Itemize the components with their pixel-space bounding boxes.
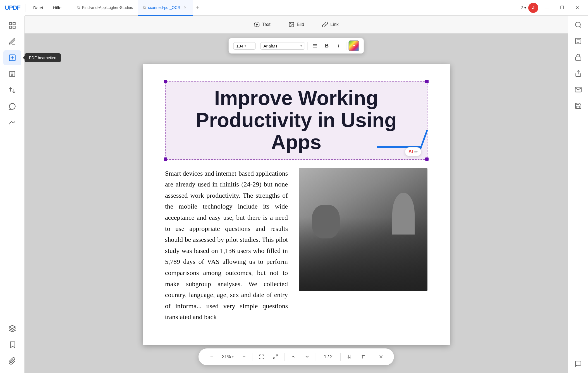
color-picker-button[interactable]: ▾ [349,40,359,51]
sidebar-bottom [3,321,21,369]
prev-page-button[interactable] [287,351,300,362]
nav-divider-4 [340,353,341,361]
svg-point-8 [575,22,580,27]
title-bar-right: 2 ▾ J — ❐ ✕ [521,3,588,13]
prev-section-button[interactable]: ⇊ [343,351,356,362]
handle-bl [164,157,167,161]
sidebar-icon-bookmark[interactable] [3,337,21,352]
link-tool-button[interactable]: Link [316,19,344,30]
pdf-viewer[interactable]: 134 ▾ ArialMT ▾ B I ▾ [25,34,568,373]
nav-divider-3 [316,353,316,361]
selected-text-block[interactable]: Improve Working Productivity in Using Ap… [165,81,427,160]
body-text-section: Smart devices and internet-based applica… [165,168,427,323]
fmt-divider-1 [258,42,258,50]
body-image [299,168,427,291]
page-num-control[interactable]: 2 ▾ [521,6,526,10]
svg-rect-1 [13,23,15,25]
handle-br [425,157,429,161]
fmt-divider-3 [346,42,346,50]
sidebar-icon-attach[interactable] [3,353,21,369]
avatar[interactable]: J [528,3,538,13]
fit-height-button[interactable] [255,351,268,362]
sidebar-icon-comment[interactable] [3,99,21,114]
fmt-divider-2 [307,42,308,50]
tab-scanned[interactable]: ⧉ scanned-pdf_OCR ✕ [138,0,193,16]
main-layout: PDF bearbeiten [0,16,588,373]
pdf-page: Improve Working Productivity in Using Ap… [143,64,450,345]
content-area: Text Bild Link [25,16,568,373]
title-bar: UPDF Datei Hilfe ⧉ Find-and-Appl...igher… [0,0,588,16]
new-tab-button[interactable]: + [193,3,203,13]
svg-rect-2 [9,26,11,28]
top-toolbar: Text Bild Link [25,16,568,34]
bold-button[interactable]: B [322,40,332,51]
tab-close-button[interactable]: ✕ [183,5,188,10]
tab-icon-find: ⧉ [77,5,80,10]
sidebar-chat-button[interactable] [570,357,586,371]
zoom-out-button[interactable]: − [205,351,218,362]
nav-divider-1 [253,353,253,361]
handle-tl [164,80,167,83]
sidebar-icon-pages[interactable] [3,66,21,82]
bottom-nav: − 31% ▾ + [199,348,394,365]
sidebar-icon-panel[interactable] [3,18,21,33]
sidebar-save-button[interactable] [570,99,586,113]
ai-edit-button[interactable]: AI ✏ [405,147,421,156]
tabs-container: ⧉ Find-and-Appl...igher-Studies ⧉ scanne… [69,0,521,15]
close-bar-button[interactable]: ✕ [374,351,387,362]
svg-rect-10 [575,57,581,60]
minimize-button[interactable]: — [541,3,553,13]
fit-width-button[interactable] [269,351,282,362]
svg-rect-3 [13,26,15,28]
format-toolbar: 134 ▾ ArialMT ▾ B I ▾ [229,38,364,54]
font-size-select[interactable]: 134 ▾ [233,42,256,50]
zoom-in-button[interactable]: + [238,351,250,362]
left-sidebar: PDF bearbeiten [0,16,25,373]
font-name-select[interactable]: ArialMT ▾ [260,42,305,50]
zoom-select[interactable]: 31% ▾ [219,353,236,360]
right-sidebar [568,16,588,373]
tab-find[interactable]: ⧉ Find-and-Appl...igher-Studies [72,0,138,16]
menu-hilfe[interactable]: Hilfe [49,4,66,12]
bild-tool-button[interactable]: Bild [283,19,310,30]
app-logo: UPDF [0,0,25,16]
svg-point-7 [290,23,291,24]
nav-divider-2 [284,353,285,361]
align-button[interactable] [310,40,321,51]
nav-divider-5 [372,353,372,361]
body-paragraph: Smart devices and internet-based applica… [165,168,288,323]
sidebar-icon-layers[interactable] [3,321,21,336]
next-section-button[interactable]: ⇈ [357,351,370,362]
page-indicator: 1 / 2 [318,353,338,360]
maximize-button[interactable]: ❐ [556,3,568,13]
close-button[interactable]: ✕ [571,3,584,13]
sidebar-icon-convert[interactable] [3,83,21,98]
sidebar-icon-edit[interactable] [3,34,21,49]
menu-bar: Datei Hilfe [25,4,69,12]
sidebar-ocr-button[interactable] [570,34,586,48]
tab-icon-scanned: ⧉ [143,5,146,10]
sidebar-search-button[interactable] [570,18,586,32]
sidebar-share-button[interactable] [570,66,586,80]
pdf-title: Improve Working Productivity in Using Ap… [174,87,419,154]
sidebar-icon-sign[interactable] [3,115,21,130]
text-tool-button[interactable]: Text [248,19,276,30]
menu-datei[interactable]: Datei [29,4,47,12]
handle-tr [425,80,429,83]
sidebar-protect-button[interactable] [570,50,586,64]
sidebar-icon-select[interactable]: PDF bearbeiten [3,50,21,65]
svg-rect-0 [9,23,11,25]
sidebar-send-button[interactable] [570,83,586,97]
next-page-button[interactable] [301,351,314,362]
italic-button[interactable]: I [333,40,344,51]
